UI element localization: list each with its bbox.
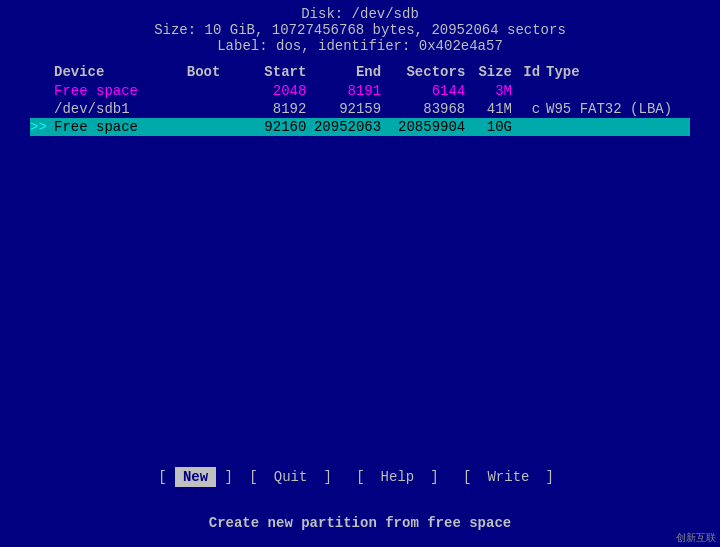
row-size: 10G [465, 119, 512, 135]
row-device: /dev/sdb1 [54, 101, 176, 117]
row-id: c [512, 101, 540, 117]
disk-label: Label: dos, identifier: 0x402e4a57 [0, 38, 720, 54]
disk-info: Disk: /dev/sdb Size: 10 GiB, 10727456768… [0, 0, 720, 58]
row-boot [176, 83, 232, 99]
row-start: 2048 [232, 83, 307, 99]
write-button[interactable]: Write [479, 469, 537, 485]
row-end: 8191 [306, 83, 381, 99]
disk-size: Size: 10 GiB, 10727456768 bytes, 2095206… [0, 22, 720, 38]
row-start: 8192 [232, 101, 307, 117]
row-type: W95 FAT32 (LBA) [540, 101, 690, 117]
partition-table: Device Boot Start End Sectors Size Id Ty… [0, 62, 720, 136]
watermark: 创新互联 [676, 531, 716, 545]
col-header-type: Type [540, 64, 690, 80]
row-id [512, 119, 540, 135]
row-type [540, 83, 690, 99]
btn-close-write: ] [537, 469, 561, 485]
row-marker: >> [30, 119, 54, 135]
row-end: 20952063 [306, 119, 381, 135]
status-text: Create new partition from free space [209, 515, 511, 531]
btn-close-quit: ] [315, 469, 348, 485]
table-header: Device Boot Start End Sectors Size Id Ty… [30, 62, 690, 82]
row-sectors: 20859904 [381, 119, 465, 135]
row-id [512, 83, 540, 99]
table-row[interactable]: Free space 2048 8191 6144 3M [30, 82, 690, 100]
new-button[interactable]: New [175, 467, 216, 487]
col-header-sectors: Sectors [381, 64, 465, 80]
col-header-device: Device [54, 64, 176, 80]
row-device: Free space [54, 83, 176, 99]
btn-separator-2: [ [348, 469, 372, 485]
row-size: 3M [465, 83, 512, 99]
row-sectors: 83968 [381, 101, 465, 117]
row-sectors: 6144 [381, 83, 465, 99]
btn-separator-3: [ [455, 469, 479, 485]
row-end: 92159 [306, 101, 381, 117]
quit-button[interactable]: Quit [266, 469, 316, 485]
help-button[interactable]: Help [373, 469, 423, 485]
marker-spacer [30, 64, 54, 80]
disk-title: Disk: /dev/sdb [0, 6, 720, 22]
row-size: 41M [465, 101, 512, 117]
row-marker [30, 83, 54, 99]
row-boot [176, 119, 232, 135]
bracket-close-new: ] [216, 469, 233, 485]
col-header-boot: Boot [176, 64, 232, 80]
bracket-open-new: [ [158, 469, 175, 485]
terminal: Disk: /dev/sdb Size: 10 GiB, 10727456768… [0, 0, 720, 547]
row-boot [176, 101, 232, 117]
btn-close-help: ] [422, 469, 455, 485]
row-device: Free space [54, 119, 176, 135]
col-header-id: Id [512, 64, 540, 80]
btn-separator-1: [ [233, 469, 266, 485]
row-start: 92160 [232, 119, 307, 135]
status-bar: Create new partition from free space [0, 515, 720, 531]
col-header-start: Start [232, 64, 307, 80]
table-row[interactable]: >> Free space 92160 20952063 20859904 10… [30, 118, 690, 136]
button-bar: [ New ] [ Quit ] [ Help ] [ Write ] [0, 467, 720, 487]
row-type [540, 119, 690, 135]
row-marker [30, 101, 54, 117]
col-header-size: Size [465, 64, 512, 80]
table-row[interactable]: /dev/sdb1 8192 92159 83968 41M c W95 FAT… [30, 100, 690, 118]
col-header-end: End [306, 64, 381, 80]
bottom-section: [ New ] [ Quit ] [ Help ] [ Write ] [0, 467, 720, 487]
